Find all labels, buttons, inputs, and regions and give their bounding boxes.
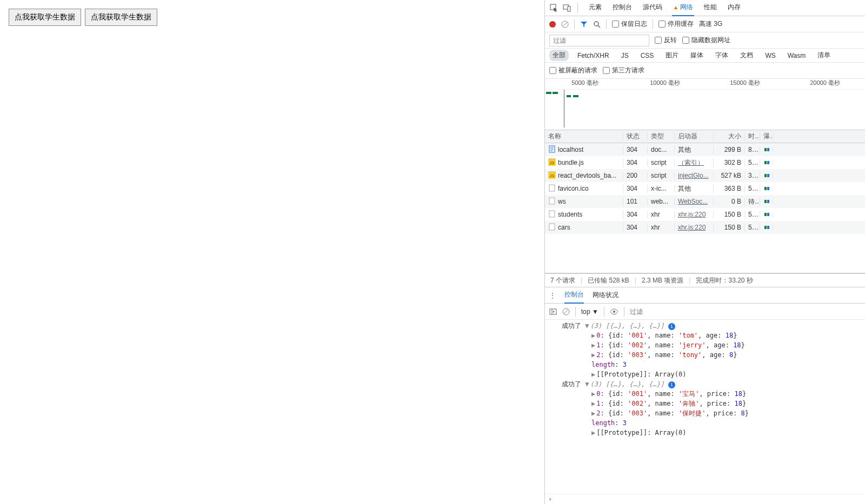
type-media[interactable]: 媒体 bbox=[687, 50, 707, 61]
transferred: 已传输 528 kB bbox=[588, 276, 629, 285]
throttle-select[interactable]: 高速 3G bbox=[699, 19, 722, 29]
preserve-log-checkbox[interactable]: 保留日志 bbox=[612, 19, 647, 29]
table-row[interactable]: favicon.ico304x-ic...其他363 B5... bbox=[545, 182, 865, 195]
console-prompt[interactable]: › bbox=[545, 494, 865, 504]
request-bar bbox=[546, 92, 551, 94]
type-ws[interactable]: WS bbox=[762, 51, 778, 61]
col-type[interactable]: 类型 bbox=[648, 132, 675, 141]
record-icon[interactable] bbox=[549, 21, 556, 28]
filter-input[interactable] bbox=[549, 35, 649, 46]
col-time[interactable]: 时. bbox=[745, 132, 760, 141]
request-type: script bbox=[648, 159, 675, 166]
table-row[interactable]: ws101web...WebSoc...0 B待... bbox=[545, 195, 865, 208]
sidebar-toggle-icon[interactable] bbox=[549, 308, 557, 315]
device-toggle-icon[interactable] bbox=[562, 3, 572, 13]
request-status: 304 bbox=[623, 185, 648, 192]
drawer-tab-console[interactable]: 控制台 bbox=[564, 287, 584, 304]
drawer-tab-network-conditions[interactable]: 网络状况 bbox=[593, 287, 618, 303]
type-all[interactable]: 全部 bbox=[549, 50, 569, 61]
col-name[interactable]: 名称 bbox=[545, 132, 623, 141]
eye-icon[interactable] bbox=[610, 308, 618, 315]
type-img[interactable]: 图片 bbox=[662, 50, 682, 61]
initiator-link[interactable]: WebSoc... bbox=[678, 198, 708, 205]
tab-elements[interactable]: 元素 bbox=[588, 0, 603, 16]
file-icon bbox=[548, 223, 556, 232]
type-wasm[interactable]: Wasm bbox=[784, 51, 809, 61]
separator bbox=[577, 3, 578, 13]
context-select[interactable]: top ▼ bbox=[581, 308, 598, 315]
request-type: xhr bbox=[648, 211, 675, 218]
initiator-link[interactable]: injectGlo... bbox=[678, 172, 709, 179]
separator bbox=[574, 19, 575, 29]
type-js[interactable]: JS bbox=[618, 51, 632, 61]
tab-memory[interactable]: 内存 bbox=[727, 0, 742, 16]
table-row[interactable]: cars304xhrxhr.js:220150 B5... bbox=[545, 221, 865, 234]
initiator-link[interactable]: xhr.js:220 bbox=[678, 211, 706, 218]
clear-icon[interactable] bbox=[561, 21, 569, 28]
timeline[interactable]: 5000 毫秒 10000 毫秒 15000 毫秒 20000 毫秒 bbox=[545, 79, 865, 130]
expand-icon[interactable]: ▶ bbox=[591, 341, 595, 349]
request-waterfall bbox=[760, 199, 773, 204]
svg-point-5 bbox=[594, 22, 598, 26]
expand-icon[interactable]: ▶ bbox=[591, 400, 595, 407]
request-time: 5... bbox=[745, 185, 760, 192]
col-initiator[interactable]: 启动器 bbox=[675, 132, 714, 141]
expand-icon[interactable]: ▶ bbox=[591, 390, 595, 398]
type-doc[interactable]: 文档 bbox=[737, 50, 756, 61]
console-drawer: ⋮ 控制台 网络状况 top ▼ 成功了 ▼(3) [{…}, {…}, {…}… bbox=[545, 287, 865, 504]
expand-icon[interactable]: ▼ bbox=[585, 380, 589, 388]
table-row[interactable]: localhost304doc...其他299 B8... bbox=[545, 143, 865, 156]
request-waterfall bbox=[760, 212, 773, 217]
request-time: 8... bbox=[745, 146, 760, 153]
initiator-link[interactable]: xhr.js:220 bbox=[678, 224, 706, 231]
svg-line-36 bbox=[564, 310, 568, 314]
filter-row: 反转 隐藏数据网址 bbox=[545, 32, 865, 49]
tab-performance[interactable]: 性能 bbox=[703, 0, 718, 16]
type-fetch-xhr[interactable]: Fetch/XHR bbox=[574, 51, 613, 61]
third-party-checkbox[interactable]: 第三方请求 bbox=[603, 66, 644, 75]
search-icon[interactable] bbox=[593, 21, 601, 28]
fetch-students-button-1[interactable]: 点我获取学生数据 bbox=[9, 9, 81, 26]
expand-icon[interactable]: ▶ bbox=[591, 332, 595, 339]
filter-icon[interactable] bbox=[580, 21, 588, 28]
hide-data-urls-checkbox[interactable]: 隐藏数据网址 bbox=[682, 36, 730, 45]
request-status: 304 bbox=[623, 146, 648, 153]
inspect-icon[interactable] bbox=[549, 3, 559, 13]
timeline-ruler: 5000 毫秒 10000 毫秒 15000 毫秒 20000 毫秒 bbox=[545, 79, 865, 90]
request-size: 150 B bbox=[714, 224, 745, 231]
type-css[interactable]: CSS bbox=[637, 51, 657, 61]
tab-console[interactable]: 控制台 bbox=[611, 0, 633, 16]
tick: 15000 毫秒 bbox=[705, 79, 785, 89]
request-waterfall bbox=[760, 225, 773, 230]
svg-point-37 bbox=[613, 311, 615, 313]
col-waterfall[interactable]: 瀑布 bbox=[760, 132, 773, 141]
invert-checkbox[interactable]: 反转 bbox=[655, 36, 677, 45]
log-text: 成功了 bbox=[562, 322, 581, 330]
tab-network[interactable]: 网络 bbox=[672, 0, 694, 16]
type-manifest[interactable]: 清单 bbox=[814, 50, 834, 61]
expand-icon[interactable]: ▶ bbox=[591, 429, 595, 436]
tab-sources[interactable]: 源代码 bbox=[642, 0, 663, 16]
more-icon[interactable]: ⋮ bbox=[549, 292, 556, 299]
expand-icon[interactable]: ▶ bbox=[591, 371, 595, 378]
console-output[interactable]: 成功了 ▼(3) [{…}, {…}, {…}] i▶0: {id: '001'… bbox=[545, 320, 865, 494]
expand-icon[interactable]: ▼ bbox=[585, 322, 589, 330]
fetch-students-button-2[interactable]: 点我获取学生数据 bbox=[85, 9, 157, 26]
disable-cache-checkbox[interactable]: 停用缓存 bbox=[658, 19, 694, 29]
expand-icon[interactable]: ▶ bbox=[591, 409, 595, 417]
svg-rect-30 bbox=[549, 224, 555, 230]
table-row[interactable]: JSbundle.js304script（索引）302 B5... bbox=[545, 156, 865, 169]
array-summary: (3) [{…}, {…}, {…}] bbox=[590, 380, 664, 388]
table-row[interactable]: students304xhrxhr.js:220150 B5... bbox=[545, 208, 865, 221]
initiator-link[interactable]: （索引） bbox=[678, 159, 704, 166]
type-font[interactable]: 字体 bbox=[712, 50, 731, 61]
svg-rect-31 bbox=[764, 226, 767, 229]
console-filter-input[interactable] bbox=[630, 308, 861, 315]
col-status[interactable]: 状态 bbox=[623, 132, 648, 141]
blocked-requests-checkbox[interactable]: 被屏蔽的请求 bbox=[549, 66, 597, 75]
table-row[interactable]: JSreact_devtools_ba...200scriptinjectGlo… bbox=[545, 169, 865, 182]
clear-console-icon[interactable] bbox=[562, 308, 570, 315]
svg-rect-11 bbox=[764, 148, 767, 151]
col-size[interactable]: 大小 bbox=[714, 132, 745, 141]
expand-icon[interactable]: ▶ bbox=[591, 351, 595, 359]
